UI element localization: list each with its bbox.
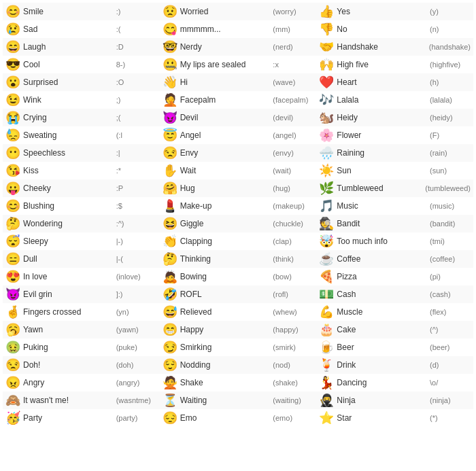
emoji-name: Heart (334, 77, 430, 87)
emoji-name: Ninja (334, 396, 430, 405)
emoji-code: (inlove) (116, 273, 157, 281)
emoji-name: Music (334, 201, 430, 211)
emoji-code: (envy) (273, 149, 313, 157)
emoji-icon: 😴 (5, 234, 20, 249)
emoji-icon: 😌 (163, 357, 177, 372)
emoji-code: (d) (430, 361, 471, 369)
emoji-name: Pizza (334, 272, 430, 281)
emoji-code: |-( (116, 255, 157, 263)
list-item: 🙌High five(highfive) (316, 56, 473, 73)
list-item: ❤️Heart(h) (316, 73, 473, 91)
emoji-code: :D (116, 43, 157, 51)
emoji-code: (clap) (273, 237, 313, 245)
emoji-name: Shake (177, 378, 273, 387)
emoji-code: (y) (430, 7, 471, 16)
emoji-icon: 😊 (5, 4, 20, 19)
emoji-name: Emo (177, 413, 273, 423)
emoji-name: Sad (20, 24, 116, 34)
emoji-code: (yn) (116, 308, 157, 316)
emoji-code: (whew) (273, 308, 313, 316)
emoji-icon: 👋 (163, 75, 177, 90)
emoji-name: Smirking (177, 343, 273, 352)
emoji-icon: 🌧️ (319, 145, 334, 160)
list-item: 😍In love(inlove) (3, 268, 160, 285)
emoji-code: (heidy) (430, 114, 471, 122)
list-item: 🤯Too much info(tmi) (316, 232, 473, 250)
list-item: 🌿Tumbleweed(tumbleweed) (316, 179, 473, 197)
list-item: 🥷Ninja(ninja) (316, 391, 473, 409)
emoji-code: :O (116, 78, 157, 86)
emoji-icon: 😇 (163, 128, 177, 143)
list-item: 🤔Thinking(think) (160, 250, 317, 268)
emoji-name: Devil (177, 113, 273, 122)
emoji-name: Envy (177, 148, 273, 158)
emoji-code: :| (116, 149, 157, 157)
emoji-icon: 😑 (5, 251, 20, 266)
list-item: 👎No(n) (316, 20, 473, 38)
emoji-icon: 🤐 (163, 57, 177, 72)
emoji-name: Bowing (177, 272, 273, 281)
list-item: 😘Kiss:* (3, 162, 160, 179)
list-item: 😎Cool8-) (3, 56, 160, 73)
emoji-code: (flex) (430, 308, 471, 316)
list-item: 🌸Flower(F) (316, 126, 473, 144)
emoji-icon: 🤯 (319, 234, 334, 249)
list-item: 🌧️Raining(rain) (316, 144, 473, 162)
emoji-icon: 🤝 (319, 39, 334, 54)
emoji-code: (worry) (273, 7, 313, 16)
emoji-code: \o/ (430, 379, 471, 387)
emoji-name: Smile (20, 7, 116, 16)
emoji-icon: ❤️ (319, 75, 334, 90)
emoji-name: Wondering (20, 219, 116, 228)
emoji-icon: 🎶 (319, 92, 334, 107)
emoji-code: (coffee) (430, 255, 471, 263)
emoji-icon: 🙈 (5, 393, 20, 408)
list-item: 😑Dull|-( (3, 250, 160, 268)
list-item: 😊Blushing:$ (3, 197, 160, 215)
emoji-code: (waiting) (273, 396, 313, 404)
emoji-name: Evil grin (20, 290, 116, 299)
list-item: ☕Coffee(coffee) (316, 250, 473, 268)
emoji-code: (F) (430, 131, 471, 139)
list-item: 🤗Hug(hug) (160, 179, 317, 197)
list-item: 😊Smile:) (3, 3, 160, 20)
emoji-icon: 🎂 (319, 322, 334, 337)
emoji-icon: 🕵️ (319, 216, 334, 231)
column-1: 😟Worried(worry)😋mmmmm...(mm)🤓Nerdy(nerd)… (160, 3, 317, 427)
emoji-name: Handshake (334, 42, 429, 52)
list-item: 😟Worried(worry) (160, 3, 317, 20)
emoji-icon: ⏳ (163, 393, 177, 408)
list-item: 🙈It wasn't me!(wasntme) (3, 391, 160, 409)
list-item: 🥳Party(party) (3, 409, 160, 427)
emoji-icon: 😏 (163, 340, 177, 355)
emoji-icon: 🤦 (163, 92, 177, 107)
emoji-name: Yes (334, 7, 430, 16)
emoji-icon: 😊 (5, 198, 20, 213)
list-item: 😈Devil(devil) (160, 109, 317, 126)
emoji-icon: 😘 (5, 163, 20, 178)
emoji-name: Flower (334, 130, 430, 140)
emoji-icon: 😈 (163, 110, 177, 125)
emoji-code: :$ (116, 202, 157, 210)
emoji-name: Laugh (20, 42, 116, 52)
emoji-name: Cool (20, 60, 116, 69)
emoji-icon: ✋ (163, 163, 177, 178)
emoji-name: Sleepy (20, 237, 116, 246)
emoji-icon: 😆 (163, 216, 177, 231)
list-item: 🤞Fingers crossed(yn) (3, 303, 160, 321)
list-item: 👍Yes(y) (316, 3, 473, 20)
emoji-code: (pi) (430, 273, 471, 281)
list-item: 😒Doh!(doh) (3, 356, 160, 374)
emoji-icon: 😒 (5, 357, 20, 372)
emoji-icon: 😢 (5, 22, 20, 37)
emoji-icon: 👍 (319, 4, 334, 19)
emoji-code: :x (273, 60, 313, 69)
emoji-name: Sweating (20, 130, 116, 140)
list-item: 🤢Puking(puke) (3, 338, 160, 356)
emoji-name: Drink (334, 360, 430, 370)
emoji-code: (handshake) (429, 43, 471, 51)
list-item: 🐿️Heidy(heidy) (316, 109, 473, 126)
emoji-icon: 😈 (5, 287, 20, 302)
emoji-code: (think) (273, 255, 313, 263)
emoji-code: (mm) (273, 25, 313, 33)
